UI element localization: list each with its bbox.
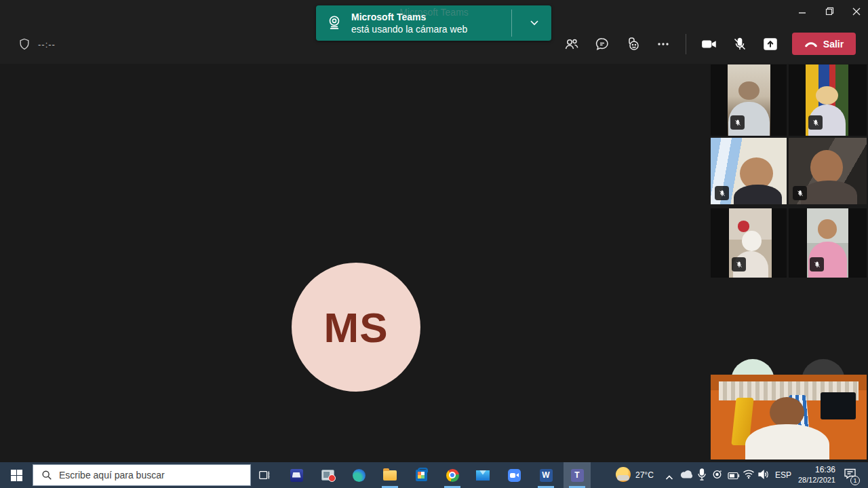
tray-language[interactable]: ESP bbox=[775, 470, 791, 480]
hangup-icon bbox=[804, 40, 818, 48]
close-icon bbox=[852, 7, 861, 16]
mic-off-icon bbox=[718, 189, 726, 198]
camera-on-icon bbox=[701, 35, 718, 53]
participant-video-1[interactable] bbox=[728, 64, 770, 136]
mic-off-icon bbox=[734, 119, 742, 127]
leave-call-label: Salir bbox=[823, 39, 844, 50]
taskbar-app-zoom[interactable] bbox=[500, 462, 528, 488]
weather-icon[interactable] bbox=[616, 467, 631, 482]
mic-off-icon bbox=[796, 189, 804, 198]
windows-logo-icon bbox=[11, 470, 22, 481]
microsoft-store-icon bbox=[416, 470, 427, 481]
person-silhouette bbox=[810, 150, 843, 185]
webcam-icon bbox=[711, 470, 723, 481]
taskbar-app-chrome[interactable] bbox=[439, 462, 466, 488]
banner-text: Microsoft Teams está usando la cámara we… bbox=[351, 11, 467, 35]
self-video[interactable] bbox=[711, 375, 867, 459]
screen-recorder-icon bbox=[321, 470, 334, 481]
mic-off-icon bbox=[813, 261, 821, 269]
banner-message: está usando la cámara web bbox=[351, 23, 467, 35]
banner-app-name: Microsoft Teams bbox=[351, 11, 467, 23]
word-icon: W bbox=[540, 469, 553, 482]
tray-clock[interactable]: 16:36 28/12/2021 bbox=[795, 465, 835, 485]
battery-icon bbox=[728, 472, 740, 480]
taskbar-app-teams-active[interactable]: T bbox=[564, 462, 591, 488]
start-button[interactable] bbox=[0, 462, 33, 488]
teams-meeting-window: Microsoft Teams Microsoft Teams está usa… bbox=[0, 0, 868, 488]
taskbar-search[interactable] bbox=[33, 464, 251, 486]
cloud-overlay bbox=[617, 475, 629, 481]
tray-date: 28/12/2021 bbox=[795, 475, 835, 485]
wifi-icon bbox=[743, 469, 755, 479]
participants-button[interactable] bbox=[561, 33, 583, 55]
taskbar-app-store[interactable] bbox=[408, 462, 435, 488]
tray-time: 16:36 bbox=[795, 465, 835, 475]
zoom-icon bbox=[508, 469, 521, 482]
chevron-down-icon[interactable] bbox=[528, 16, 540, 29]
scanner-app-icon bbox=[290, 469, 303, 482]
taskbar-app-mail[interactable] bbox=[469, 462, 496, 488]
more-options-button[interactable] bbox=[652, 33, 674, 55]
person-silhouette bbox=[818, 219, 837, 239]
toolbar-divider bbox=[686, 34, 686, 54]
meeting-stage: MS Mail Info Secretaria bbox=[0, 64, 868, 462]
share-icon bbox=[762, 35, 779, 53]
muted-badge bbox=[808, 115, 823, 130]
wall-tv bbox=[821, 392, 856, 419]
person-silhouette bbox=[745, 424, 829, 460]
tray-temperature[interactable]: 27°C bbox=[635, 470, 654, 480]
muted-badge bbox=[715, 186, 729, 200]
task-view-button[interactable] bbox=[251, 462, 278, 488]
close-button[interactable] bbox=[843, 0, 868, 22]
taskbar-app-scanner[interactable] bbox=[283, 462, 310, 488]
share-screen-button[interactable] bbox=[760, 33, 781, 55]
taskbar-app-word[interactable]: W bbox=[532, 462, 559, 488]
participant-video-4[interactable] bbox=[789, 138, 867, 204]
volume-tray-icon[interactable] bbox=[757, 469, 770, 483]
onedrive-tray-icon[interactable] bbox=[680, 470, 694, 482]
microphone-tray-icon[interactable] bbox=[698, 468, 706, 484]
chrome-icon bbox=[446, 469, 459, 482]
leave-call-button[interactable]: Salir bbox=[792, 33, 856, 55]
mic-icon bbox=[698, 468, 706, 481]
reactions-button[interactable] bbox=[622, 33, 644, 55]
hidden-icons-chevron[interactable] bbox=[665, 472, 673, 484]
cloud-icon bbox=[680, 470, 694, 479]
camera-toggle-button[interactable] bbox=[698, 33, 720, 55]
camera-usage-banner[interactable]: Microsoft Teams está usando la cámara we… bbox=[316, 5, 551, 41]
minimize-button[interactable] bbox=[789, 0, 816, 22]
chevron-up-icon bbox=[665, 474, 673, 481]
webcam-icon bbox=[326, 14, 343, 32]
taskbar-app-recorder[interactable] bbox=[314, 462, 341, 488]
search-input[interactable] bbox=[59, 470, 250, 481]
main-speaker-initials: MS bbox=[324, 303, 389, 352]
muted-badge bbox=[810, 257, 824, 271]
participant-video-5[interactable] bbox=[729, 208, 772, 278]
participant-video-6[interactable] bbox=[807, 208, 848, 278]
muted-badge bbox=[730, 115, 745, 130]
mic-off-icon bbox=[735, 261, 743, 269]
chat-button[interactable] bbox=[591, 33, 613, 55]
flower-accent bbox=[738, 221, 750, 231]
call-timer: --:-- bbox=[38, 39, 56, 50]
security-shield-icon[interactable] bbox=[14, 33, 35, 55]
search-icon bbox=[41, 470, 52, 481]
edge-icon bbox=[353, 469, 366, 482]
taskbar-app-file-explorer[interactable] bbox=[376, 462, 403, 488]
mic-off-icon bbox=[812, 119, 820, 127]
participant-video-3[interactable] bbox=[711, 138, 787, 204]
action-center-button[interactable]: 1 bbox=[844, 468, 856, 483]
minimize-icon bbox=[798, 7, 806, 16]
ellipsis-icon bbox=[655, 36, 671, 52]
participant-video-2[interactable] bbox=[806, 64, 848, 136]
person-silhouette bbox=[738, 81, 759, 100]
muted-badge bbox=[732, 257, 746, 271]
taskbar-app-edge[interactable] bbox=[345, 462, 372, 488]
file-explorer-icon bbox=[383, 470, 397, 481]
mic-toggle-button[interactable] bbox=[729, 33, 751, 55]
webcam-tray-icon[interactable] bbox=[711, 470, 723, 483]
battery-tray-icon[interactable] bbox=[728, 470, 740, 483]
restore-button[interactable] bbox=[816, 0, 843, 22]
person-silhouette bbox=[742, 231, 762, 252]
wifi-tray-icon[interactable] bbox=[743, 469, 755, 482]
